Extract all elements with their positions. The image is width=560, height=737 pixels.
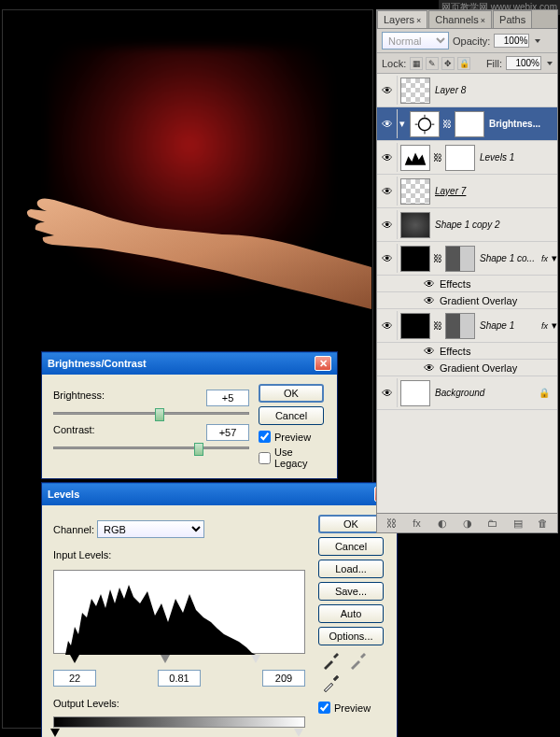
- tab-paths[interactable]: Paths: [493, 10, 532, 28]
- mask-thumb[interactable]: [445, 145, 475, 171]
- fx-icon[interactable]: fx: [541, 321, 548, 331]
- output-sliders[interactable]: [53, 729, 305, 737]
- adjustment-icon[interactable]: ◑: [460, 517, 475, 530]
- gamma-slider[interactable]: [161, 655, 170, 663]
- visibility-icon[interactable]: 👁: [419, 292, 440, 308]
- visibility-icon[interactable]: 👁: [419, 360, 440, 376]
- layer-name[interactable]: Background: [433, 388, 539, 398]
- fx-icon[interactable]: fx: [410, 517, 425, 530]
- layer-row[interactable]: 👁 Layer 8: [377, 74, 557, 107]
- effect-gradient-overlay[interactable]: 👁Gradient Overlay: [377, 292, 557, 309]
- out-black-slider[interactable]: [50, 729, 60, 737]
- close-icon[interactable]: ×: [481, 16, 485, 25]
- layer-thumb[interactable]: [400, 313, 430, 339]
- channel-select[interactable]: RGB: [97, 520, 204, 538]
- load-button[interactable]: Load...: [318, 560, 384, 578]
- brightness-slider[interactable]: [53, 412, 249, 415]
- mask-thumb[interactable]: [445, 246, 475, 272]
- mask-icon[interactable]: ◐: [435, 517, 450, 530]
- cancel-button[interactable]: Cancel: [259, 406, 324, 425]
- close-icon[interactable]: ×: [416, 16, 421, 25]
- visibility-icon[interactable]: 👁: [377, 378, 398, 407]
- ok-button[interactable]: OK: [259, 384, 324, 403]
- link-icon[interactable]: ⛓: [433, 253, 442, 263]
- visibility-icon[interactable]: 👁: [377, 143, 398, 172]
- fx-icon[interactable]: fx: [541, 254, 548, 263]
- link-icon[interactable]: ⛓: [433, 152, 442, 163]
- contrast-slider[interactable]: [53, 446, 249, 449]
- effects-row[interactable]: 👁Effects: [377, 343, 557, 360]
- legacy-checkbox[interactable]: Use Legacy: [259, 446, 326, 469]
- effects-row[interactable]: 👁Effects: [377, 276, 557, 292]
- layer-name[interactable]: Layer 8: [433, 85, 557, 95]
- lock-transparency-icon[interactable]: ▦: [410, 57, 423, 70]
- layer-row[interactable]: 👁 ⛓ Levels 1: [377, 141, 557, 175]
- chevron-right-icon[interactable]: [535, 39, 540, 43]
- tab-channels[interactable]: Channels×: [428, 10, 492, 28]
- eyedropper-gray-icon[interactable]: [347, 651, 368, 672]
- preview-checkbox[interactable]: Preview: [318, 702, 385, 714]
- layer-name[interactable]: Shape 1: [478, 320, 541, 331]
- cancel-button[interactable]: Cancel: [318, 537, 384, 556]
- fill-input[interactable]: [506, 56, 541, 70]
- preview-checkbox[interactable]: Preview: [259, 431, 326, 443]
- mask-thumb[interactable]: [445, 313, 475, 339]
- link-layers-icon[interactable]: ⛓: [385, 517, 399, 530]
- chevron-down-icon[interactable]: ▾: [552, 319, 557, 332]
- layer-name[interactable]: Layer 7: [433, 186, 557, 196]
- adjustment-thumb[interactable]: [410, 111, 440, 137]
- layer-name[interactable]: Brightnes...: [487, 119, 557, 129]
- visibility-icon[interactable]: 👁: [419, 343, 440, 359]
- lock-pixels-icon[interactable]: ✎: [426, 57, 439, 70]
- input-black[interactable]: [53, 670, 96, 687]
- layer-thumb[interactable]: [400, 178, 430, 205]
- auto-button[interactable]: Auto: [318, 604, 384, 623]
- link-icon[interactable]: ⛓: [442, 119, 452, 129]
- layer-name[interactable]: Shape 1 copy 2: [433, 220, 557, 230]
- visibility-icon[interactable]: 👁: [419, 276, 440, 291]
- chevron-right-icon[interactable]: [547, 62, 553, 65]
- opacity-input[interactable]: [494, 34, 529, 48]
- white-point-slider[interactable]: [251, 655, 260, 663]
- save-button[interactable]: Save...: [318, 582, 384, 601]
- black-point-slider[interactable]: [70, 655, 79, 663]
- input-sliders[interactable]: [53, 655, 305, 664]
- slider-thumb[interactable]: [155, 408, 164, 421]
- effect-gradient-overlay[interactable]: 👁Gradient Overlay: [377, 360, 557, 376]
- eyedropper-white-icon[interactable]: [320, 673, 341, 694]
- options-button[interactable]: Options...: [318, 627, 384, 645]
- brightness-input[interactable]: [206, 390, 249, 406]
- layer-thumb[interactable]: [400, 380, 430, 406]
- lock-all-icon[interactable]: 🔒: [457, 57, 470, 70]
- slider-thumb[interactable]: [194, 443, 203, 456]
- input-gamma[interactable]: [158, 670, 201, 687]
- group-icon[interactable]: 🗀: [485, 517, 500, 530]
- visibility-icon[interactable]: 👁: [377, 311, 398, 340]
- layer-row[interactable]: 👁 Background 🔒: [377, 376, 557, 410]
- dialog-titlebar[interactable]: Brightness/Contrast ✕: [42, 352, 337, 375]
- lock-position-icon[interactable]: ✥: [441, 57, 455, 70]
- layer-row[interactable]: 👁 ▾ ⛓ Brightnes...: [377, 107, 557, 141]
- layer-name[interactable]: Shape 1 co...: [478, 253, 541, 263]
- contrast-input[interactable]: [206, 424, 249, 441]
- mask-thumb[interactable]: [455, 111, 484, 137]
- visibility-icon[interactable]: 👁: [377, 244, 398, 273]
- layer-thumb[interactable]: [400, 78, 430, 104]
- new-layer-icon[interactable]: ▤: [511, 517, 525, 530]
- delete-icon[interactable]: 🗑: [536, 517, 551, 530]
- eyedropper-black-icon[interactable]: [320, 651, 341, 672]
- close-icon[interactable]: ✕: [315, 356, 331, 371]
- out-white-slider[interactable]: [294, 729, 303, 737]
- layer-thumb[interactable]: [400, 246, 430, 272]
- layer-row[interactable]: 👁 ⛓ Shape 1 fx▾: [377, 309, 557, 343]
- dialog-titlebar[interactable]: Levels ✕: [42, 483, 397, 505]
- visibility-icon[interactable]: 👁: [377, 76, 398, 105]
- input-white[interactable]: [262, 670, 305, 687]
- visibility-icon[interactable]: 👁: [377, 177, 398, 206]
- layer-row[interactable]: 👁 Layer 7: [377, 175, 557, 208]
- tab-layers[interactable]: Layers×: [377, 10, 427, 28]
- ok-button[interactable]: OK: [318, 515, 384, 533]
- chevron-down-icon[interactable]: ▾: [552, 252, 557, 264]
- layer-name[interactable]: Levels 1: [478, 152, 557, 163]
- link-icon[interactable]: ⛓: [433, 320, 442, 331]
